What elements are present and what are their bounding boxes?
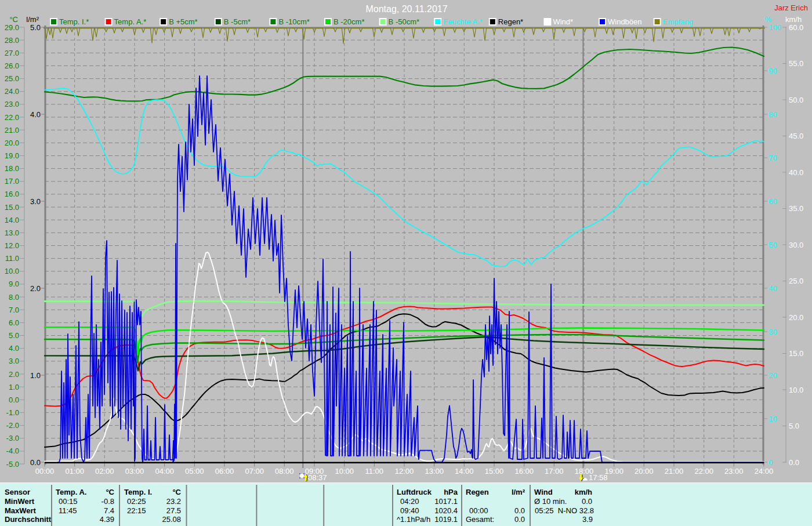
svg-text:100: 100 xyxy=(768,23,781,32)
svg-text:25.0: 25.0 xyxy=(789,277,803,285)
svg-text:Wind: Wind xyxy=(534,488,553,496)
svg-text:25.0: 25.0 xyxy=(5,74,19,83)
svg-text:Wind*: Wind* xyxy=(553,17,573,26)
svg-text:60.0: 60.0 xyxy=(789,23,803,32)
svg-text:4.0: 4.0 xyxy=(9,344,19,353)
svg-text:23.2: 23.2 xyxy=(166,497,181,506)
svg-text:08:00: 08:00 xyxy=(275,467,294,476)
svg-text:20.0: 20.0 xyxy=(5,139,19,147)
svg-text:3.9: 3.9 xyxy=(582,515,593,524)
svg-text:15:00: 15:00 xyxy=(485,467,504,476)
svg-text:°C: °C xyxy=(106,488,114,496)
svg-text:15.0: 15.0 xyxy=(5,203,19,212)
svg-text:Regen: Regen xyxy=(466,488,489,496)
svg-text:08:37: 08:37 xyxy=(308,473,327,482)
svg-text:8.0: 8.0 xyxy=(9,293,19,302)
svg-text:02:00: 02:00 xyxy=(95,467,114,476)
svg-text:Temp. A.: Temp. A. xyxy=(56,488,86,496)
svg-text:29.0: 29.0 xyxy=(5,23,19,32)
svg-text:06:00: 06:00 xyxy=(215,467,234,476)
svg-text:-2.0: -2.0 xyxy=(6,421,19,430)
svg-text:16:00: 16:00 xyxy=(514,467,534,476)
svg-text:%: % xyxy=(764,15,771,24)
svg-text:Regen*: Regen* xyxy=(498,17,523,26)
svg-text:23.0: 23.0 xyxy=(5,100,19,108)
svg-text:MaxWert: MaxWert xyxy=(5,506,37,515)
svg-text:0.0: 0.0 xyxy=(514,515,525,524)
svg-text:-5.0: -5.0 xyxy=(6,460,19,469)
svg-text:17:00: 17:00 xyxy=(545,467,564,476)
svg-text:3.0: 3.0 xyxy=(9,357,19,365)
svg-text:18.0: 18.0 xyxy=(5,164,19,173)
svg-text:0.0: 0.0 xyxy=(9,396,19,404)
svg-text:1019.1: 1019.1 xyxy=(434,515,458,524)
svg-text:4.39: 4.39 xyxy=(100,515,114,524)
svg-text:4.0: 4.0 xyxy=(30,110,41,119)
svg-text:01:00: 01:00 xyxy=(65,467,84,476)
svg-text:0.0: 0.0 xyxy=(30,458,41,467)
svg-text:3.0: 3.0 xyxy=(30,197,41,206)
svg-text:Empfang: Empfang xyxy=(663,17,693,26)
svg-text:7.4: 7.4 xyxy=(104,506,114,515)
svg-text:l/m²: l/m² xyxy=(26,15,39,24)
svg-text:km/h: km/h xyxy=(575,488,592,496)
svg-text:13:00: 13:00 xyxy=(425,467,444,476)
svg-text:-0.8: -0.8 xyxy=(102,497,114,506)
svg-text:Ø 10 min.: Ø 10 min. xyxy=(534,497,567,506)
svg-text:-3.0: -3.0 xyxy=(6,434,19,442)
svg-text:hPa: hPa xyxy=(444,488,458,496)
svg-text:5.0: 5.0 xyxy=(9,331,19,340)
svg-text:B -5cm*: B -5cm* xyxy=(224,17,251,26)
svg-text:0.0: 0.0 xyxy=(582,497,592,506)
svg-text:Durchschnitt: Durchschnitt xyxy=(5,515,52,524)
svg-text:N-NO 32.8: N-NO 32.8 xyxy=(558,506,594,515)
svg-text:14.0: 14.0 xyxy=(5,216,19,224)
svg-text:27.0: 27.0 xyxy=(5,49,19,57)
svg-text:10.0: 10.0 xyxy=(5,267,19,275)
svg-text:-1.0: -1.0 xyxy=(6,408,19,417)
svg-text:22:00: 22:00 xyxy=(694,467,713,476)
svg-text:11.0: 11.0 xyxy=(5,254,19,263)
svg-text:20.0: 20.0 xyxy=(789,313,803,322)
svg-text:35.0: 35.0 xyxy=(789,204,803,213)
svg-text:Temp. A.*: Temp. A.* xyxy=(114,17,147,26)
svg-text:40.0: 40.0 xyxy=(789,168,803,177)
svg-text:40: 40 xyxy=(768,284,777,293)
svg-text:°C: °C xyxy=(172,488,181,496)
svg-text:7.0: 7.0 xyxy=(9,306,19,314)
svg-text:10.0: 10.0 xyxy=(789,386,803,394)
svg-text:80: 80 xyxy=(768,110,777,119)
svg-text:28.0: 28.0 xyxy=(5,36,19,45)
svg-text:19.0: 19.0 xyxy=(5,151,19,160)
svg-text:12.0: 12.0 xyxy=(5,241,19,250)
svg-text:20: 20 xyxy=(768,371,777,380)
svg-text:6.0: 6.0 xyxy=(9,318,19,327)
svg-text:1020.4: 1020.4 xyxy=(434,506,458,515)
svg-text:11:45: 11:45 xyxy=(59,506,77,515)
svg-text:Feuchte A.*: Feuchte A.* xyxy=(443,17,482,26)
svg-text:0.0: 0.0 xyxy=(514,506,525,515)
svg-text:5.0: 5.0 xyxy=(789,422,799,430)
svg-text:05:00: 05:00 xyxy=(185,467,204,476)
svg-text:25.08: 25.08 xyxy=(162,515,181,524)
svg-text:23:00: 23:00 xyxy=(724,467,744,476)
svg-text:21:00: 21:00 xyxy=(665,467,684,476)
svg-text:07:00: 07:00 xyxy=(245,467,264,476)
svg-text:90: 90 xyxy=(768,67,777,75)
svg-text:^1.1hPa/h: ^1.1hPa/h xyxy=(397,515,430,524)
svg-text:Windböen: Windböen xyxy=(608,17,642,26)
svg-text:1.0: 1.0 xyxy=(30,371,41,380)
svg-text:Montag, 20.11.2017: Montag, 20.11.2017 xyxy=(365,4,447,14)
svg-text:9.0: 9.0 xyxy=(9,280,19,288)
svg-text:l/m²: l/m² xyxy=(512,488,525,496)
svg-text:50.0: 50.0 xyxy=(789,96,803,104)
svg-text:1.0: 1.0 xyxy=(9,383,19,391)
svg-text:04:00: 04:00 xyxy=(155,467,174,476)
svg-text:26.0: 26.0 xyxy=(5,61,19,70)
svg-text:11:00: 11:00 xyxy=(365,467,384,476)
svg-text:0: 0 xyxy=(768,458,773,467)
svg-text:14:00: 14:00 xyxy=(455,467,474,476)
svg-text:00:00: 00:00 xyxy=(35,467,55,476)
svg-text:0.0: 0.0 xyxy=(789,458,799,467)
svg-text:Gesamt:: Gesamt: xyxy=(466,515,494,524)
